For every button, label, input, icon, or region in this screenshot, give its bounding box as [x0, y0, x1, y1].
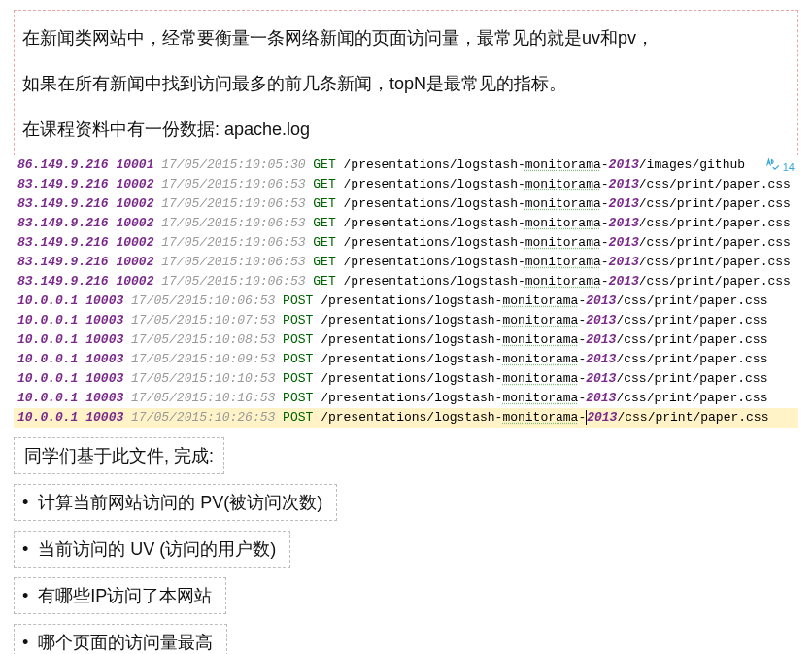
log-method: GET	[313, 255, 335, 269]
log-port: 10002	[116, 177, 153, 191]
bullet-icon: •	[22, 633, 28, 652]
log-timestamp: 17/05/2015:10:16:53	[131, 391, 275, 405]
log-method: GET	[313, 216, 335, 230]
log-method: POST	[283, 293, 313, 308]
log-row: 83.149.9.216 10002 17/05/2015:10:06:53 G…	[14, 194, 798, 214]
code-badge-number: 14	[783, 157, 795, 177]
log-row: 10.0.0.1 10003 17/05/2015:10:10:53 POST …	[14, 369, 798, 389]
log-timestamp: 17/05/2015:10:06:53	[161, 177, 305, 191]
log-port: 10002	[116, 216, 153, 230]
log-timestamp: 17/05/2015:10:08:53	[131, 332, 275, 347]
log-ip: 10.0.0.1	[17, 391, 78, 405]
log-ip: 83.149.9.216	[17, 196, 109, 211]
log-timestamp: 17/05/2015:10:06:53	[131, 293, 275, 308]
intro-paragraph-1: 在新闻类网站中，经常要衡量一条网络新闻的页面访问量，最常见的就是uv和pv，	[22, 24, 790, 52]
log-timestamp: 17/05/2015:10:06:53	[161, 216, 305, 230]
log-port: 10002	[116, 196, 153, 211]
log-path: /presentations/logstash-monitorama-2013/…	[321, 391, 767, 405]
log-path: /presentations/logstash-monitorama-2013/…	[344, 235, 791, 250]
task-item: •当前访问的 UV (访问的用户数)	[14, 531, 798, 568]
task-item: •哪个页面的访问量最高	[14, 624, 798, 654]
task-text: 计算当前网站访问的 PV(被访问次数)	[38, 493, 322, 512]
log-ip: 10.0.0.1	[17, 293, 78, 308]
log-row: 10.0.0.1 10003 17/05/2015:10:26:53 POST …	[14, 408, 798, 428]
log-method: POST	[283, 332, 313, 347]
log-method: GET	[313, 157, 335, 172]
log-row: 83.149.9.216 10002 17/05/2015:10:06:53 G…	[14, 233, 798, 253]
log-timestamp: 17/05/2015:10:10:53	[131, 371, 275, 386]
log-method: POST	[283, 313, 313, 327]
bullet-icon: •	[22, 539, 28, 559]
log-port: 10002	[116, 235, 153, 250]
log-timestamp: 17/05/2015:10:09:53	[131, 352, 275, 366]
intro-paragraph-2: 如果在所有新闻中找到访问最多的前几条新闻，topN是最常见的指标。	[22, 70, 790, 98]
task-item: •计算当前网站访问的 PV(被访问次数)	[14, 484, 798, 521]
log-method: POST	[283, 352, 313, 366]
log-ip: 83.149.9.216	[17, 255, 109, 269]
task-text: 哪个页面的访问量最高	[38, 633, 213, 652]
intro-paragraph-3: 在课程资料中有一份数据: apache.log	[22, 116, 790, 144]
log-path: /presentations/logstash-monitorama-2013/…	[344, 157, 746, 172]
log-row: 10.0.0.1 10003 17/05/2015:10:06:53 POST …	[14, 292, 798, 311]
log-port: 10002	[116, 274, 153, 289]
log-path: /presentations/logstash-monitorama-2013/…	[321, 293, 767, 308]
code-badge: 14	[765, 157, 795, 177]
log-block: 14 86.149.9.216 10001 17/05/2015:10:05:3…	[14, 155, 798, 428]
log-row: 83.149.9.216 10002 17/05/2015:10:06:53 G…	[14, 253, 798, 272]
log-path: /presentations/logstash-monitorama-2013/…	[321, 352, 767, 366]
log-ip: 10.0.0.1	[17, 332, 78, 347]
log-port: 10003	[85, 410, 123, 425]
log-port: 10003	[85, 352, 123, 366]
log-ip: 10.0.0.1	[17, 371, 78, 386]
log-row: 86.149.9.216 10001 17/05/2015:10:05:30 G…	[14, 155, 798, 175]
subtitle: 同学们基于此文件, 完成:	[14, 437, 224, 474]
log-path: /presentations/logstash-monitorama-2013/…	[344, 177, 791, 191]
log-method: GET	[313, 274, 335, 289]
log-port: 10003	[85, 391, 123, 405]
log-port: 10003	[85, 313, 123, 327]
log-path: /presentations/logstash-monitorama-2013/…	[321, 410, 768, 425]
bullet-icon: •	[22, 586, 28, 605]
task-text: 有哪些IP访问了本网站	[38, 586, 212, 605]
log-port: 10003	[85, 293, 123, 308]
intro-box: 在新闻类网站中，经常要衡量一条网络新闻的页面访问量，最常见的就是uv和pv， 如…	[14, 10, 798, 155]
log-port: 10001	[116, 157, 153, 172]
log-row: 10.0.0.1 10003 17/05/2015:10:07:53 POST …	[14, 311, 798, 330]
task-text: 当前访问的 UV (访问的用户数)	[38, 539, 276, 559]
log-timestamp: 17/05/2015:10:06:53	[161, 196, 305, 211]
log-timestamp: 17/05/2015:10:06:53	[161, 235, 305, 250]
log-row: 83.149.9.216 10002 17/05/2015:10:06:53 G…	[14, 272, 798, 292]
bullet-icon: •	[22, 493, 28, 512]
task-list: •计算当前网站访问的 PV(被访问次数)•当前访问的 UV (访问的用户数)•有…	[14, 484, 798, 654]
log-port: 10003	[85, 332, 123, 347]
log-ip: 86.149.9.216	[17, 157, 109, 172]
log-method: POST	[283, 391, 313, 405]
log-path: /presentations/logstash-monitorama-2013/…	[321, 313, 767, 327]
log-method: GET	[313, 196, 335, 211]
log-ip: 10.0.0.1	[17, 410, 78, 425]
log-timestamp: 17/05/2015:10:06:53	[161, 274, 305, 289]
log-ip: 83.149.9.216	[17, 274, 109, 289]
log-port: 10002	[116, 255, 153, 269]
log-ip: 83.149.9.216	[17, 235, 109, 250]
log-path: /presentations/logstash-monitorama-2013/…	[321, 332, 767, 347]
log-ip: 83.149.9.216	[17, 177, 109, 191]
log-method: POST	[283, 371, 313, 386]
log-row: 83.149.9.216 10002 17/05/2015:10:06:53 G…	[14, 175, 798, 194]
log-path: /presentations/logstash-monitorama-2013/…	[344, 216, 791, 230]
subtitle-section: 同学们基于此文件, 完成:	[14, 437, 798, 474]
log-row: 10.0.0.1 10003 17/05/2015:10:16:53 POST …	[14, 389, 798, 408]
task-item: •有哪些IP访问了本网站	[14, 577, 798, 614]
log-timestamp: 17/05/2015:10:06:53	[161, 255, 305, 269]
log-timestamp: 17/05/2015:10:07:53	[131, 313, 275, 327]
log-port: 10003	[85, 371, 123, 386]
log-method: POST	[283, 410, 313, 425]
spellcheck-icon	[765, 157, 779, 177]
log-row: 10.0.0.1 10003 17/05/2015:10:08:53 POST …	[14, 330, 798, 350]
log-path: /presentations/logstash-monitorama-2013/…	[344, 255, 791, 269]
log-path: /presentations/logstash-monitorama-2013/…	[344, 274, 791, 289]
log-ip: 83.149.9.216	[17, 216, 109, 230]
log-timestamp: 17/05/2015:10:26:53	[131, 410, 275, 425]
log-ip: 10.0.0.1	[17, 313, 78, 327]
log-row: 10.0.0.1 10003 17/05/2015:10:09:53 POST …	[14, 350, 798, 369]
